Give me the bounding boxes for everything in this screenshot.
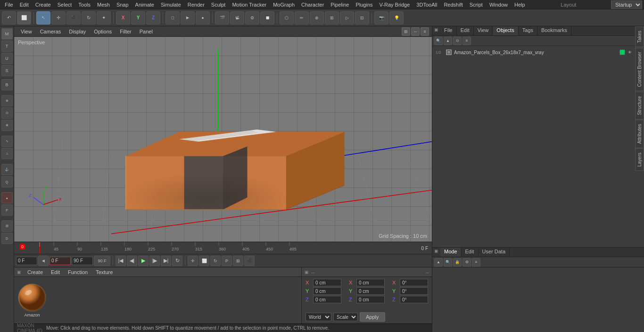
rp-tab-view[interactable]: View: [474, 26, 493, 35]
menu-tools[interactable]: Tools: [75, 1, 93, 8]
menu-edit[interactable]: Edit: [17, 1, 32, 8]
material-item[interactable]: Amazon: [18, 283, 46, 317]
normal-btn[interactable]: ⊥: [1, 148, 13, 159]
coord-x-pos[interactable]: [313, 279, 341, 286]
redo-button[interactable]: ⬜: [17, 11, 31, 24]
parent-axis-btn[interactable]: ⊗: [1, 120, 13, 131]
attrib-more-btn[interactable]: ≡: [472, 258, 480, 267]
attrib-up-btn[interactable]: ▲: [434, 258, 443, 267]
clone-btn[interactable]: ⊕: [310, 11, 324, 24]
vtab-structure[interactable]: Structure: [635, 92, 644, 120]
menu-pipeline[interactable]: Pipeline: [328, 1, 352, 8]
vtab-takes[interactable]: Takes: [635, 26, 644, 47]
grid-btn[interactable]: ⊟: [355, 11, 369, 24]
key-scale-btn[interactable]: ⬜: [199, 256, 209, 266]
apply-button[interactable]: Apply: [360, 312, 385, 322]
display-btn[interactable]: D: [1, 233, 13, 244]
menu-help[interactable]: Help: [512, 1, 528, 8]
coord-y-rot[interactable]: [356, 287, 385, 295]
mat-edit[interactable]: Edit: [47, 268, 64, 276]
rp-tab-edit[interactable]: Edit: [457, 26, 474, 35]
attrib-search-btn[interactable]: 🔍: [444, 258, 452, 267]
world-space-select[interactable]: World Object: [305, 313, 331, 321]
loop-btn[interactable]: ↻: [172, 256, 182, 266]
coord-x-scale[interactable]: [400, 279, 428, 286]
menu-vray-bridge[interactable]: V-Ray Bridge: [377, 1, 413, 8]
key-rotate-btn[interactable]: ↻: [210, 256, 221, 266]
attrib-settings-btn[interactable]: ⚙: [462, 258, 471, 267]
grid-size-btn[interactable]: ⊞: [1, 220, 13, 232]
mode-sculpt[interactable]: S: [1, 65, 13, 76]
coord-z-rot[interactable]: [356, 296, 385, 303]
x-axis-btn[interactable]: X: [116, 11, 130, 24]
cube-btn[interactable]: ⬡: [280, 11, 294, 24]
mode-bp[interactable]: B: [1, 79, 13, 90]
menu-mograph[interactable]: MoGraph: [270, 1, 297, 8]
pen-btn[interactable]: ✏: [295, 11, 309, 24]
render-region-btn[interactable]: 🔲: [260, 11, 274, 24]
mat-texture[interactable]: Texture: [92, 268, 116, 276]
rp-search-btn[interactable]: 🔍: [434, 37, 443, 45]
menu-plugins[interactable]: Plugins: [353, 1, 375, 8]
goto-start-btn[interactable]: |◀: [116, 256, 126, 266]
menu-render[interactable]: Render: [185, 1, 207, 8]
current-frame-input[interactable]: [50, 257, 71, 265]
rotate-tool[interactable]: ↻: [82, 11, 96, 24]
rp-more-btn[interactable]: ≡: [462, 37, 471, 45]
menu-snap[interactable]: Snap: [114, 1, 132, 8]
rp-settings-btn[interactable]: ⊙: [453, 37, 462, 45]
vp-cameras[interactable]: Cameras: [36, 28, 65, 35]
poly-btn[interactable]: ▷: [340, 11, 354, 24]
vp-filter[interactable]: Filter: [116, 28, 135, 35]
array-btn[interactable]: ⊞: [325, 11, 339, 24]
coord-x-rot[interactable]: [356, 279, 385, 286]
timeline[interactable]: 0 45 90 135 180 225 270 315: [14, 242, 432, 254]
snapping-btn[interactable]: ⚓: [1, 164, 13, 175]
coord-y-pos[interactable]: [313, 287, 341, 295]
menu-file[interactable]: File: [2, 1, 16, 8]
rp-tab-file[interactable]: File: [440, 26, 457, 35]
undo-button[interactable]: ↶: [2, 11, 16, 24]
object-visibility-btn[interactable]: 👁: [627, 49, 633, 55]
auto-key-btn[interactable]: ●: [1, 192, 13, 203]
vtab-layers[interactable]: Layers: [635, 148, 644, 171]
material-swatch[interactable]: [18, 283, 46, 312]
attr-tab-mode[interactable]: Mode: [440, 248, 462, 257]
layout-select[interactable]: Startup: [611, 0, 642, 9]
camera-btn[interactable]: 📷: [374, 11, 388, 24]
coord-y-scale[interactable]: [400, 287, 428, 295]
rp-tab-bookmarks[interactable]: Bookmarks: [537, 26, 571, 35]
vp-options[interactable]: Options: [90, 28, 116, 35]
key-points-btn[interactable]: ⊞: [233, 256, 243, 266]
play-btn[interactable]: ▶: [138, 256, 149, 266]
vp-panel[interactable]: Panel: [136, 28, 157, 35]
menu-motion-tracker[interactable]: Motion Tracker: [229, 1, 269, 8]
menu-mesh[interactable]: Mesh: [94, 1, 113, 8]
vp-view[interactable]: View: [17, 28, 36, 35]
light-btn[interactable]: 💡: [389, 11, 404, 24]
menu-create[interactable]: Create: [33, 1, 54, 8]
mat-function[interactable]: Function: [64, 268, 91, 276]
scale-tool[interactable]: ⬛: [66, 11, 81, 24]
object-color[interactable]: [619, 49, 625, 55]
tangent-btn[interactable]: ∿: [1, 136, 13, 147]
rp-up-btn[interactable]: ▲: [444, 37, 452, 45]
key-move-btn[interactable]: ✛: [188, 256, 198, 266]
goto-end-btn[interactable]: ▶|: [161, 256, 171, 266]
quantize-btn[interactable]: Q: [1, 176, 13, 187]
end-frame-input2[interactable]: 90 F: [94, 256, 110, 266]
viewport-canvas[interactable]: Perspective Grid Spacing : 10 cm: [14, 37, 432, 242]
menu-animate[interactable]: Animate: [132, 1, 157, 8]
step-back-btn[interactable]: ◀|: [127, 256, 137, 266]
transform-tool[interactable]: ✦: [97, 11, 111, 24]
frame-step-left-btn[interactable]: ◀|: [38, 256, 49, 266]
menu-script[interactable]: Script: [467, 1, 486, 8]
start-frame-input[interactable]: 0 F: [16, 257, 37, 265]
key-param-btn[interactable]: P: [222, 256, 232, 266]
vp-maximize-btn[interactable]: ⊞: [402, 27, 410, 36]
attr-tab-edit[interactable]: Edit: [462, 248, 479, 257]
point-mode-btn[interactable]: ●: [196, 11, 210, 24]
param-btn[interactable]: P: [1, 204, 13, 216]
vp-settings-btn[interactable]: ≡: [421, 27, 429, 36]
menu-character[interactable]: Character: [298, 1, 327, 8]
